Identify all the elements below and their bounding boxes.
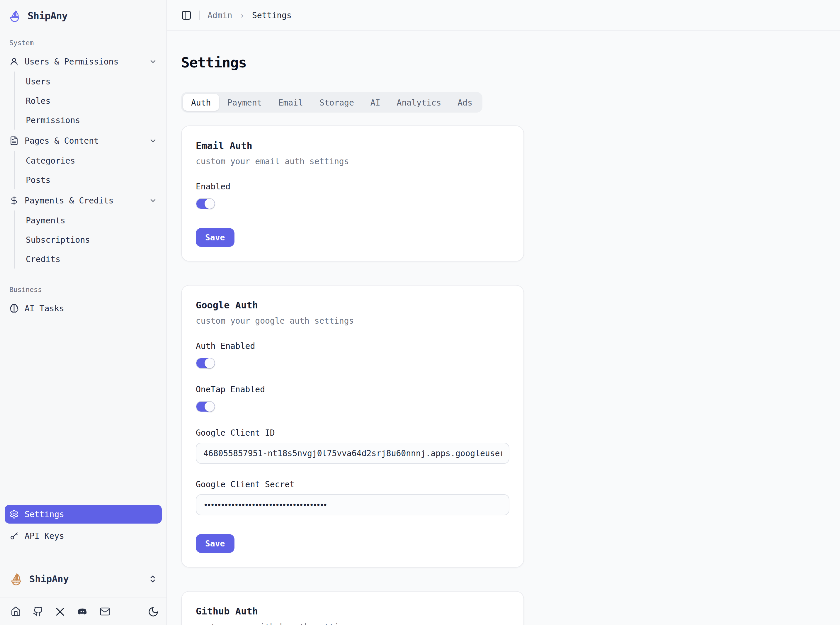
tab-storage[interactable]: Storage: [311, 94, 362, 111]
brain-icon: [9, 304, 19, 313]
card-subtitle: custom your email auth settings: [196, 157, 509, 166]
enabled-label: Enabled: [196, 182, 509, 191]
app-name: ShipAny: [28, 10, 67, 22]
card-subtitle: custom your google auth settings: [196, 316, 509, 325]
sidebar-item-api-keys[interactable]: API Keys: [5, 527, 162, 545]
moon-icon[interactable]: [148, 606, 159, 617]
file-icon: [9, 136, 19, 145]
tab-ai[interactable]: AI: [362, 94, 389, 111]
save-button[interactable]: Save: [196, 228, 234, 247]
tab-ads[interactable]: Ads: [449, 94, 481, 111]
card-title: Github Auth: [196, 606, 509, 617]
social-links-row: [5, 597, 162, 620]
sidebar-item-ai-tasks[interactable]: AI Tasks: [5, 299, 162, 318]
google-client-secret-input[interactable]: [196, 494, 509, 515]
google-client-id-input[interactable]: [196, 443, 509, 464]
sidebar-submenu-pages: Categories Posts: [14, 151, 162, 190]
breadcrumb-bar: Admin › Settings: [167, 0, 840, 31]
sidebar-group-label: Pages & Content: [25, 136, 99, 145]
sidebar-submenu-users: Users Roles Permissions: [14, 72, 162, 129]
chevron-down-icon: [149, 137, 157, 145]
github-auth-card: Github Auth custom your github auth sett…: [181, 591, 524, 625]
sidebar-item-posts[interactable]: Posts: [15, 170, 162, 190]
chevron-down-icon: [149, 58, 157, 66]
key-icon: [9, 531, 19, 541]
sidebar-group-label: Users & Permissions: [25, 57, 118, 66]
auth-enabled-label: Auth Enabled: [196, 341, 509, 351]
app-logo: ShipAny: [5, 5, 162, 23]
org-name: ShipAny: [29, 574, 69, 585]
org-switcher[interactable]: ShipAny: [5, 569, 162, 589]
dollar-icon: [9, 196, 19, 205]
breadcrumb-settings: Settings: [252, 11, 292, 20]
save-button[interactable]: Save: [196, 534, 234, 553]
sidebar-group-pages-content[interactable]: Pages & Content: [5, 131, 162, 150]
sidebar-toggle-icon[interactable]: [181, 10, 192, 20]
sidebar-item-subscriptions[interactable]: Subscriptions: [15, 230, 162, 249]
sidebar-item-credits[interactable]: Credits: [15, 249, 162, 269]
breadcrumb-separator: ›: [240, 11, 244, 20]
settings-content: Settings Auth Payment Email Storage AI A…: [167, 31, 840, 625]
sidebar-submenu-payments: Payments Subscriptions Credits: [14, 210, 162, 269]
tab-email[interactable]: Email: [270, 94, 311, 111]
tab-analytics[interactable]: Analytics: [389, 94, 450, 111]
sailboat-org-icon: [9, 572, 23, 586]
breadcrumb-admin[interactable]: Admin: [208, 11, 232, 20]
sidebar-item-permissions[interactable]: Permissions: [15, 110, 162, 129]
github-icon[interactable]: [33, 606, 43, 617]
chevron-down-icon: [149, 196, 157, 205]
page-title: Settings: [181, 54, 826, 71]
sidebar: ShipAny System Users & Permissions Users…: [0, 0, 167, 625]
user-icon: [9, 57, 19, 66]
toggle-knob: [205, 402, 214, 412]
x-icon[interactable]: [55, 606, 65, 617]
tab-auth[interactable]: Auth: [183, 94, 219, 111]
chevrons-up-down-icon: [148, 575, 157, 583]
google-onetap-enabled-toggle[interactable]: [196, 401, 215, 412]
gear-icon: [9, 510, 19, 519]
tab-payment[interactable]: Payment: [219, 94, 270, 111]
sidebar-item-label: Settings: [25, 510, 64, 519]
sidebar-section-business: Business: [5, 286, 162, 294]
sidebar-group-payments-credits[interactable]: Payments & Credits: [5, 191, 162, 210]
card-title: Email Auth: [196, 140, 509, 151]
sidebar-item-payments[interactable]: Payments: [15, 210, 162, 230]
mail-icon[interactable]: [99, 606, 110, 617]
email-auth-card: Email Auth custom your email auth settin…: [181, 126, 524, 261]
sidebar-group-users-permissions[interactable]: Users & Permissions: [5, 52, 162, 71]
discord-icon[interactable]: [77, 606, 88, 617]
card-subtitle: custom your github auth settings: [196, 622, 509, 625]
home-icon[interactable]: [11, 606, 21, 617]
sidebar-item-categories[interactable]: Categories: [15, 151, 162, 170]
sidebar-group-label: Payments & Credits: [25, 196, 113, 205]
sidebar-section-system: System: [5, 39, 162, 47]
sidebar-item-label: API Keys: [25, 531, 64, 541]
settings-tabs: Auth Payment Email Storage AI Analytics …: [181, 92, 483, 113]
toggle-knob: [205, 358, 214, 368]
google-client-secret-label: Google Client Secret: [196, 480, 509, 489]
sidebar-item-settings[interactable]: Settings: [5, 505, 162, 524]
app-root: ShipAny System Users & Permissions Users…: [0, 0, 840, 625]
email-auth-enabled-toggle[interactable]: [196, 198, 215, 209]
sidebar-item-users[interactable]: Users: [15, 72, 162, 91]
google-client-id-label: Google Client ID: [196, 428, 509, 437]
toggle-knob: [205, 199, 214, 209]
sidebar-item-label: AI Tasks: [25, 304, 64, 313]
main-area: Admin › Settings Settings Auth Payment E…: [167, 0, 840, 625]
breadcrumb-divider: [199, 11, 200, 20]
sidebar-spacer: [5, 318, 162, 505]
card-title: Google Auth: [196, 300, 509, 311]
sailboat-logo-icon: [8, 9, 21, 22]
sidebar-item-roles[interactable]: Roles: [15, 91, 162, 110]
onetap-enabled-label: OneTap Enabled: [196, 385, 509, 394]
google-auth-enabled-toggle[interactable]: [196, 358, 215, 369]
auth-cards: Email Auth custom your email auth settin…: [181, 126, 524, 625]
google-auth-card: Google Auth custom your google auth sett…: [181, 285, 524, 567]
